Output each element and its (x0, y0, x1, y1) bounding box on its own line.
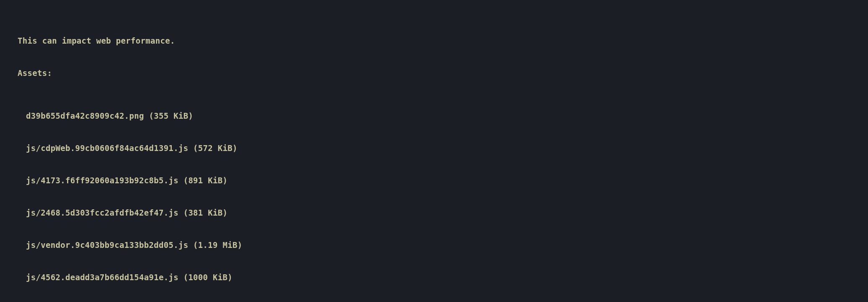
asset-line: js/4173.f6ff92060a193b92c8b5.js (891 KiB… (0, 175, 868, 186)
asset-line: js/cdpWeb.99cb0606f84ac64d1391.js (572 K… (0, 143, 868, 154)
asset-line: js/4562.deadd3a7b66dd154a91e.js (1000 Ki… (0, 272, 868, 283)
asset-line: js/vendor.9c403bb9ca133bb2dd05.js (1.19 … (0, 240, 868, 251)
terminal-output[interactable]: This can impact web performance. Assets:… (0, 0, 868, 302)
asset-warning-impact: This can impact web performance. (0, 36, 868, 47)
assets-header: Assets: (0, 68, 868, 79)
asset-line: d39b655dfa42c8909c42.png (355 KiB) (0, 111, 868, 122)
asset-line: js/2468.5d303fcc2afdfb42ef47.js (381 KiB… (0, 208, 868, 219)
